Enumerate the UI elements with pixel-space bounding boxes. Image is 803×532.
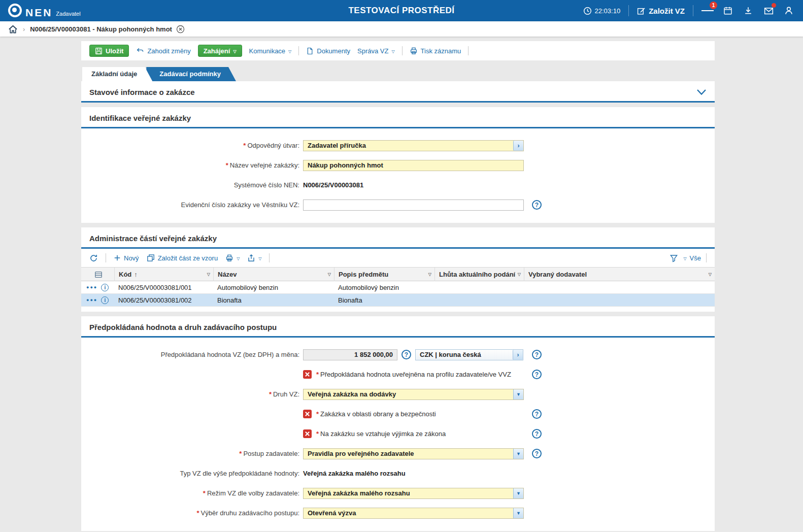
expand-section-button[interactable]: [696, 89, 707, 95]
column-header-code-label: Kód: [119, 271, 138, 278]
row-info-icon[interactable]: [101, 296, 109, 304]
column-filter-icon[interactable]: ▽: [518, 272, 521, 277]
printer-icon: [225, 254, 233, 262]
procedure-kind-select[interactable]: Otevřená výzva ▼: [303, 508, 524, 519]
parts-table: Kód ▽ Název ▽ Popis předmětu ▽ Lhůta akt…: [81, 267, 715, 307]
currency-value: CZK | koruna česká: [416, 350, 513, 360]
field-row-value-published: Předpokládaná hodnota uveřejněna na prof…: [81, 364, 715, 384]
tab-tender-conditions[interactable]: Zadávací podmínky: [146, 67, 236, 81]
column-header-code[interactable]: Kód ▽: [114, 268, 213, 281]
help-icon[interactable]: [402, 350, 411, 359]
table-row-selected[interactable]: ●●● N006/25/V00003081/002 Bionafta Biona…: [81, 294, 715, 307]
help-icon[interactable]: [532, 449, 542, 458]
chevron-down-icon: ▽: [391, 49, 394, 54]
column-settings-header: [81, 268, 114, 281]
help-icon[interactable]: [532, 370, 542, 379]
create-vz-button[interactable]: Založit VZ: [637, 7, 685, 15]
save-button[interactable]: Uložit: [89, 45, 129, 57]
column-header-supplier[interactable]: Vybraný dodavatel ▽: [524, 268, 715, 281]
section-parts-title: Administrace částí veřejné zakázky: [89, 234, 217, 243]
chevron-down-icon[interactable]: ▼: [513, 449, 523, 459]
row-info-icon[interactable]: [101, 284, 109, 291]
field-row-estimated-value: Předpokládaná hodnota VZ (bez DPH) a měn…: [81, 345, 715, 364]
chevron-down-icon[interactable]: ▽: [237, 256, 240, 261]
help-icon[interactable]: [532, 409, 542, 419]
divider: [269, 253, 270, 262]
cell-code: N006/25/V00003081/001: [114, 284, 213, 291]
print-table-button[interactable]: ▽: [225, 254, 240, 262]
chevron-down-icon[interactable]: ▼: [513, 389, 523, 400]
record-tabs: Základní údaje Zadávací podmínky: [81, 67, 715, 81]
communication-menu-button[interactable]: Komunikace ▽: [249, 47, 292, 55]
section-identification: Identifikace veřejné zakázky Odpovědný ú…: [81, 107, 715, 223]
chevron-down-icon: ▽: [683, 256, 686, 261]
menu-button[interactable]: 1: [701, 5, 714, 17]
documents-button[interactable]: Dokumenty: [306, 47, 350, 55]
nen-logo[interactable]: NEN Zadavatel: [8, 4, 81, 18]
column-header-name[interactable]: Název ▽: [213, 268, 334, 281]
checkbox-no-icon[interactable]: [303, 410, 312, 418]
column-filter-icon[interactable]: ▽: [428, 272, 431, 277]
profile-button[interactable]: [783, 5, 795, 17]
system-number-label: Systémové číslo NEN:: [81, 181, 303, 189]
calendar-button[interactable]: [722, 5, 734, 17]
procedure-select[interactable]: Pravidla pro veřejného zadavatele ▼: [303, 448, 524, 459]
close-icon[interactable]: [176, 25, 185, 34]
field-row-responsible-unit: Odpovědný útvar: Zadavatel příručka ›: [81, 136, 715, 155]
print-record-button[interactable]: Tisk záznamu: [410, 47, 461, 55]
column-settings-icon[interactable]: [94, 271, 103, 279]
table-row[interactable]: ●●● N006/25/V00003081/001 Automobilový b…: [81, 281, 715, 294]
open-picker-icon[interactable]: ›: [513, 141, 523, 151]
regime-select[interactable]: Veřejná zakázka malého rozsahu ▼: [303, 488, 524, 499]
contract-name-input[interactable]: [303, 160, 524, 171]
column-filter-icon[interactable]: ▽: [328, 272, 331, 277]
refresh-button[interactable]: [89, 254, 98, 262]
checkbox-no-icon[interactable]: [303, 370, 312, 379]
home-icon[interactable]: [8, 24, 18, 34]
row-actions-icon[interactable]: ●●●: [86, 297, 97, 303]
column-header-deadline[interactable]: Lhůta aktuálního podání ▽: [434, 268, 524, 281]
contract-kind-select[interactable]: Veřejná zakázka na dodávky ▼: [303, 389, 524, 400]
discard-changes-button[interactable]: Zahodit změny: [136, 47, 190, 55]
section-estimated-value-title: Předpokládaná hodnota a druh zadávacího …: [89, 323, 277, 331]
tab-tender-conditions-label: Zadávací podmínky: [159, 70, 221, 78]
currency-select[interactable]: CZK | koruna česká ›: [415, 349, 523, 360]
responsible-unit-value: Zadavatel příručka: [304, 141, 513, 151]
export-button[interactable]: ▽: [247, 254, 261, 262]
view-all-dropdown[interactable]: ▽ Vše: [683, 254, 701, 262]
create-part-from-template-button[interactable]: Založit část ze vzoru: [147, 254, 218, 262]
help-icon[interactable]: [532, 429, 542, 439]
column-header-subject[interactable]: Popis předmětu ▽: [334, 268, 434, 281]
breadcrumb-current-tab[interactable]: N006/25/V00003081 - Nákup pohonných hmot: [30, 25, 185, 34]
open-picker-icon[interactable]: ›: [513, 350, 523, 360]
column-filter-icon[interactable]: ▽: [207, 272, 210, 277]
download-button[interactable]: [742, 5, 754, 17]
tab-basic-data[interactable]: Základní údaje: [82, 67, 152, 81]
responsible-unit-label: Odpovědný útvar:: [81, 142, 303, 149]
defense-label: Zakázka v oblasti obrany a bezpečnosti: [316, 410, 436, 418]
row-actions-icon[interactable]: ●●●: [86, 285, 97, 290]
field-row-type-by-value: Typ VZ dle výše předpokládané hodnoty: V…: [81, 463, 715, 483]
start-label: Zahájení: [204, 47, 230, 55]
filter-button[interactable]: [670, 254, 678, 262]
chevron-down-icon[interactable]: ▼: [513, 488, 523, 498]
session-clock: 22:03:10: [583, 7, 621, 15]
mail-button[interactable]: [762, 5, 775, 17]
chevron-down-icon[interactable]: ▽: [258, 256, 261, 261]
start-menu-button[interactable]: Zahájení ▽: [198, 45, 242, 57]
field-row-procedure: Postup zadavatele: Pravidla pro veřejnéh…: [81, 444, 715, 463]
nen-logo-icon: [8, 4, 22, 17]
manage-vz-menu-button[interactable]: Správa VZ ▽: [357, 47, 395, 55]
chevron-down-icon[interactable]: ▼: [513, 508, 523, 518]
responsible-unit-picker[interactable]: Zadavatel příručka ›: [303, 140, 524, 151]
help-icon[interactable]: [532, 200, 542, 210]
parts-toolbar: Nový Založit část ze vzoru ▽ ▽: [81, 249, 715, 267]
evidence-number-input[interactable]: [303, 200, 524, 211]
checkbox-no-icon[interactable]: [303, 429, 312, 438]
estimated-value-input[interactable]: [303, 349, 397, 360]
type-by-value-label: Typ VZ dle výše předpokládané hodnoty:: [81, 470, 303, 477]
help-icon[interactable]: [532, 350, 542, 359]
chevron-down-icon: ▽: [288, 49, 291, 54]
new-part-button[interactable]: Nový: [114, 254, 139, 262]
column-filter-icon[interactable]: ▽: [709, 272, 712, 277]
